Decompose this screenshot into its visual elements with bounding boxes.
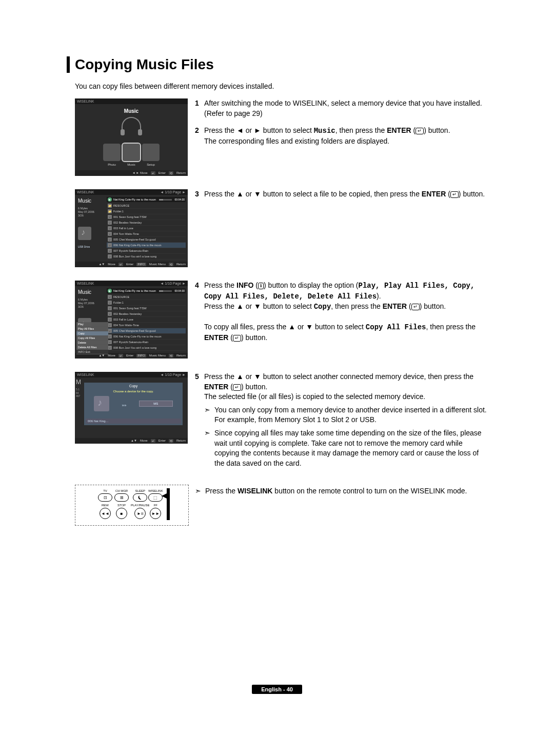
- step-5: 5 Press the ▲ or ▼ button to select anot…: [195, 372, 487, 468]
- intro-text: You can copy files between different mem…: [75, 82, 487, 90]
- list-item: ♪005 Chet Mangione-Feel So good: [107, 328, 186, 334]
- page-number-pill: English - 40: [252, 685, 302, 694]
- copy-dialog-title: Copy: [86, 384, 181, 388]
- screenshot-music-context-menu: WISELINK◄ 1/10 Page ►Music6 MylesMay 07,…: [75, 281, 188, 359]
- list-item: ♪003 Fall in Love: [107, 226, 186, 231]
- shot1-title: Music: [77, 108, 186, 114]
- list-item: ♪Folder.1: [107, 300, 186, 306]
- music-note-icon: [78, 227, 91, 240]
- enter-key-icon: ↵: [151, 439, 155, 443]
- enter-key-icon: ↵: [151, 171, 155, 175]
- remote-stop-button: ■: [116, 508, 127, 519]
- remote-diagram: TV ⊡ REW ◄◄ CH MGR ⊞ STOP ■ SLEEP ⏾: [75, 485, 189, 526]
- list-item: ♪003 Fall in Love: [107, 317, 186, 323]
- side-category-letter: M: [76, 379, 81, 386]
- list-item: 📁Folder.1: [107, 209, 186, 214]
- screenshot-wiselink-home: WISELINK Music Photo Music Setup ◄ ► Mov…: [75, 98, 188, 176]
- screenshot-copy-dialog: WISELINK◄ 1/10 Page ► M 5.1 64 467 Copy …: [75, 372, 188, 444]
- foot-move: ◄ ► Move: [132, 171, 148, 175]
- title-bar: Copying Music Files: [67, 56, 487, 73]
- enter-icon: ↵: [450, 191, 459, 198]
- list-item: ♪006 Nat King Cole-Fly me to the moon: [107, 334, 186, 340]
- list-item: ♪002 Beatles-Yesterday: [107, 311, 186, 317]
- list-item: 📁RESOURCE: [107, 203, 186, 209]
- page-footer: English - 40: [67, 685, 487, 694]
- target-device: MS: [139, 401, 173, 407]
- enter-icon: ↵: [411, 304, 420, 310]
- context-menu: PlayPlay All FilesCopyCopy All FilesDele…: [76, 322, 108, 354]
- note-arrow-icon: ➣: [195, 487, 205, 495]
- list-item: ♪006 Nat King Cole-Fly me to the moon: [107, 243, 186, 248]
- list-item: ♪002 Beatles-Yesterday: [107, 220, 186, 226]
- page-title: Copying Music Files: [75, 56, 214, 73]
- screenshot-music-list: WISELINK◄ 1/10 Page ►Music6 MylesMay 07,…: [75, 189, 188, 267]
- list-item: ♪007 Ryuichi Sakamoto-Rain: [107, 340, 186, 345]
- remote-chmgr-button: ⊞: [114, 493, 129, 502]
- brand-label: WISELINK: [77, 100, 94, 103]
- copy-dialog-message: Choose a device for the copy.: [86, 390, 181, 393]
- note-bullet-1: ➣ You can only copy from a memory device…: [204, 405, 487, 425]
- info-icon: ℹ: [258, 283, 264, 289]
- remote-tv-button: ⊡: [98, 493, 112, 502]
- remote-playpause-button: ►II: [134, 508, 146, 519]
- remote-ff-button: ►►: [150, 508, 161, 519]
- list-item: ♪005 Chet Mangione-Feel So good: [107, 237, 186, 243]
- wiselink-tip: ➣ Press the WISELINK button on the remot…: [195, 487, 487, 495]
- return-key-icon: ⟲: [169, 439, 173, 443]
- copy-arrows-icon: »»: [122, 403, 127, 408]
- list-item: ♪007 Ryuichi Sakamoto-Rain: [107, 248, 186, 254]
- music-note-icon: [94, 396, 109, 411]
- return-key-icon: ⟲: [169, 171, 173, 175]
- list-item: ♪001 Swan Song feat.T!SW: [107, 214, 186, 220]
- remote-rew-button: ◄◄: [100, 508, 111, 519]
- list-item: ♪RESOURCE: [107, 294, 186, 300]
- tile-music: Music: [123, 144, 140, 161]
- note-bullet-2: ➣ Since copying all files may take some …: [204, 428, 487, 468]
- remote-sleep-button: ⏾: [133, 493, 147, 502]
- step-4: 4 Press the INFO (ℹ) button to display t…: [195, 281, 487, 343]
- note-arrow-icon: ➣: [204, 405, 214, 425]
- headphones-icon: [122, 117, 141, 132]
- tile-setup: Setup: [142, 144, 160, 161]
- step-3: 3 Press the ▲ or ▼ button to select a fi…: [195, 189, 487, 200]
- step-1: 1 After switching the mode to WISELINK, …: [195, 98, 487, 118]
- list-item: ♪001 Swan Song feat.T!SW: [107, 306, 186, 311]
- tile-photo: Photo: [103, 144, 121, 161]
- enter-icon: ↵: [416, 128, 424, 134]
- step-2: 2 Press the ◄ or ► button to select Musi…: [195, 126, 487, 146]
- list-item: ♪008 Bon Jovi-You ain't a love song: [107, 345, 186, 351]
- note-arrow-icon: ➣: [204, 428, 214, 468]
- enter-icon: ↵: [233, 384, 241, 391]
- enter-icon: ↵: [233, 335, 241, 342]
- list-item: ♪008 Bon Jovi-You ain't a love song: [107, 254, 186, 260]
- list-item: ♪004 Tom Waits-Time: [107, 231, 186, 237]
- list-item: ♪004 Tom Waits-Time: [107, 323, 186, 328]
- manual-page: Copying Music Files You can copy files b…: [67, 56, 487, 694]
- remote-wiselink-button: ⬚: [148, 493, 163, 502]
- pointer-arrow-icon: [162, 493, 167, 499]
- source-file-label: 006 Nat King…: [86, 419, 181, 424]
